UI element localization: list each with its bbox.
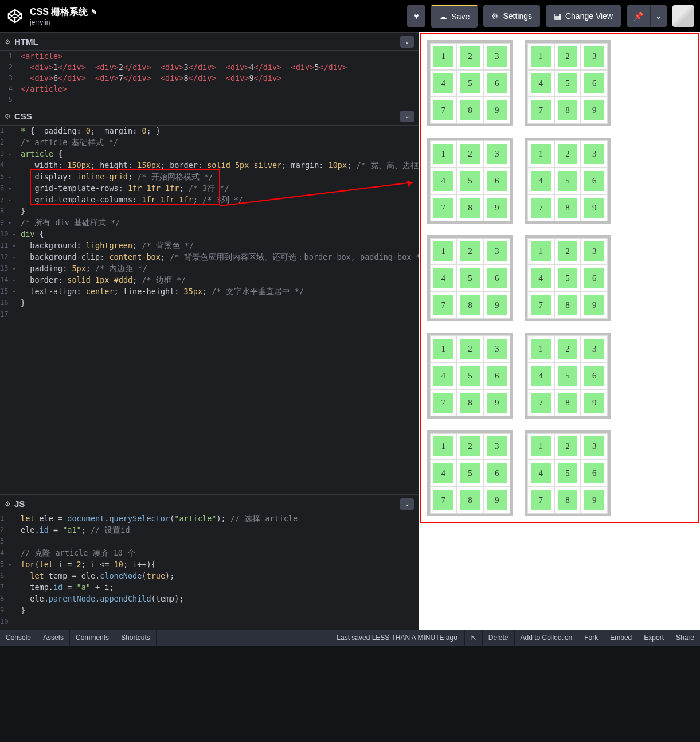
- assets-tab[interactable]: Assets: [37, 630, 70, 646]
- code-line[interactable]: 12 ▾ background-clip: content-box; /* 背景…: [0, 252, 419, 263]
- popout-icon: ⇱: [471, 634, 476, 642]
- code-line[interactable]: 17: [0, 309, 419, 321]
- code-line[interactable]: 11 ▾ background: lightgreen; /* 背景色 */: [0, 240, 419, 252]
- code-line[interactable]: 7 ▾ grid-template-columns: 1fr 1fr 1fr; …: [0, 194, 419, 206]
- codepen-logo-icon[interactable]: [6, 7, 24, 25]
- preview-grid-cell: 8: [554, 97, 581, 124]
- code-line[interactable]: 10: [0, 616, 419, 628]
- code-line[interactable]: 16 }: [0, 298, 419, 309]
- preview-grid-cell: 7: [430, 292, 457, 319]
- code-content: <div>6</div> <div>7</div> <div>8</div> <…: [17, 73, 281, 84]
- js-settings-icon[interactable]: ⚙: [5, 500, 11, 508]
- code-line[interactable]: 1 let ele = document.querySelector("arti…: [0, 513, 419, 525]
- shortcuts-tab[interactable]: Shortcuts: [115, 630, 157, 646]
- code-line[interactable]: 2 ele.id = "a1"; // 设置id: [0, 525, 419, 536]
- code-line[interactable]: 14 ▾ border: solid 1px #ddd; /* 边框 */: [0, 275, 419, 286]
- pen-title[interactable]: CSS 栅格系统 ✎: [30, 6, 401, 18]
- layout-icon: ▦: [554, 11, 561, 21]
- preview-grid-cell: 5: [457, 70, 484, 97]
- delete-button[interactable]: Delete: [482, 630, 514, 646]
- preview-grid-cell: 7: [430, 389, 457, 416]
- code-line[interactable]: 8 }: [0, 206, 419, 217]
- popout-button[interactable]: ⇱: [464, 630, 482, 646]
- change-view-label: Change View: [565, 11, 613, 21]
- code-content: /* 所有 div 基础样式 */: [17, 217, 120, 229]
- line-number: 1: [0, 513, 17, 525]
- code-line[interactable]: 5: [0, 95, 419, 106]
- html-editor[interactable]: 1<article>2 <div>1</div> <div>2</div> <d…: [0, 51, 419, 107]
- code-line[interactable]: 3 <div>6</div> <div>7</div> <div>8</div>…: [0, 73, 419, 84]
- js-editor[interactable]: 1 let ele = document.querySelector("arti…: [0, 513, 419, 630]
- code-line[interactable]: 15 ▾ text-align: center; line-height: 35…: [0, 286, 419, 298]
- code-line[interactable]: 4 // 克隆 article 凑齐 10 个: [0, 548, 419, 559]
- comments-tab[interactable]: Comments: [70, 630, 115, 646]
- preview-grid-cell: 6: [581, 70, 608, 97]
- css-editor[interactable]: 1 * { padding: 0; margin: 0; }2 /* artic…: [0, 126, 419, 494]
- preview-grid-cell: 3: [581, 140, 608, 167]
- js-panel-header: ⚙ JS ⌄: [0, 495, 419, 513]
- preview-grid-cell: 7: [430, 194, 457, 221]
- change-view-button[interactable]: ▦Change View: [546, 5, 621, 27]
- html-settings-icon[interactable]: ⚙: [5, 38, 11, 46]
- code-content: border: solid 1px #ddd; /* 边框 */: [17, 275, 186, 286]
- preview-grid-cell: 8: [457, 389, 484, 416]
- code-line[interactable]: 7 temp.id = "a" + i;: [0, 582, 419, 593]
- pin-button[interactable]: 📌: [627, 5, 650, 27]
- code-line[interactable]: 6 let temp = ele.cloneNode(true);: [0, 571, 419, 582]
- code-line[interactable]: 9 ▾/* 所有 div 基础样式 */: [0, 217, 419, 229]
- code-line[interactable]: 6 ▾ grid-template-rows: 1fr 1fr 1fr; /* …: [0, 183, 419, 194]
- export-button[interactable]: Export: [638, 630, 670, 646]
- code-content: [17, 95, 21, 106]
- heart-icon: ♥: [414, 11, 419, 21]
- code-content: ele.id = "a1"; // 设置id: [17, 525, 130, 536]
- preview-grid-cell: 4: [430, 460, 457, 487]
- love-button[interactable]: ♥: [407, 5, 425, 27]
- code-line[interactable]: 4</article>: [0, 84, 419, 95]
- code-line[interactable]: 3: [0, 536, 419, 548]
- edit-title-icon[interactable]: ✎: [91, 8, 97, 16]
- cloud-icon: ☁: [439, 12, 447, 21]
- code-line[interactable]: 5 ▾ display: inline-grid; /* 开始网格模式 */: [0, 171, 419, 183]
- editor-column: ⚙ HTML ⌄ 1<article>2 <div>1</div> <div>2…: [0, 32, 419, 630]
- code-line[interactable]: 1<article>: [0, 51, 419, 62]
- embed-button[interactable]: Embed: [604, 630, 638, 646]
- code-line[interactable]: 3 ▾article {: [0, 149, 419, 160]
- fork-button[interactable]: Fork: [578, 630, 604, 646]
- code-line[interactable]: 2 /* article 基础样式 */: [0, 137, 419, 149]
- js-panel-chevron[interactable]: ⌄: [400, 498, 414, 510]
- code-line[interactable]: 1 * { padding: 0; margin: 0; }: [0, 126, 419, 137]
- pin-dropdown[interactable]: ⌄: [650, 5, 667, 27]
- css-panel-chevron[interactable]: ⌄: [400, 111, 414, 122]
- preview-grid: 123456789: [427, 333, 513, 419]
- preview-grid-cell: 3: [483, 335, 510, 362]
- css-settings-icon[interactable]: ⚙: [5, 112, 11, 120]
- code-line[interactable]: 9 }: [0, 605, 419, 616]
- code-content: article {: [17, 149, 62, 160]
- code-line[interactable]: 10 ▾div {: [0, 229, 419, 240]
- preview-grid-cell: 8: [554, 487, 581, 514]
- user-avatar[interactable]: [672, 5, 694, 27]
- preview-grid-cell: 8: [554, 292, 581, 319]
- share-button[interactable]: Share: [670, 630, 700, 646]
- console-tab[interactable]: Console: [0, 630, 37, 646]
- pen-author[interactable]: jerryjin: [30, 18, 401, 26]
- code-line[interactable]: 2 <div>1</div> <div>2</div> <div>3</div>…: [0, 62, 419, 73]
- preview-grid-cell: 6: [483, 70, 510, 97]
- code-line[interactable]: 13 ▾ padding: 5px; /* 内边距 */: [0, 263, 419, 275]
- html-panel-chevron[interactable]: ⌄: [400, 36, 414, 48]
- preview-grid: 123456789: [525, 138, 611, 224]
- settings-button[interactable]: ⚙Settings: [483, 5, 540, 27]
- code-line[interactable]: 5 ▾for(let i = 2; i <= 10; i++){: [0, 559, 419, 571]
- save-button[interactable]: ☁Save: [431, 6, 478, 28]
- code-content: [17, 309, 21, 321]
- add-to-collection-button[interactable]: Add to Collection: [514, 630, 578, 646]
- preview-grid: 123456789: [427, 40, 513, 126]
- code-line[interactable]: 8 ele.parentNode.appendChild(temp);: [0, 593, 419, 605]
- preview-grid-cell: 2: [457, 238, 484, 265]
- code-content: ele.parentNode.appendChild(temp);: [17, 593, 184, 605]
- preview-grid-cell: 7: [430, 487, 457, 514]
- line-number: 9 ▾: [0, 217, 17, 229]
- line-number: 1: [0, 126, 17, 137]
- preview-grid-cell: 4: [430, 265, 457, 292]
- code-line[interactable]: 4 width: 150px; height: 150px; border: s…: [0, 160, 419, 171]
